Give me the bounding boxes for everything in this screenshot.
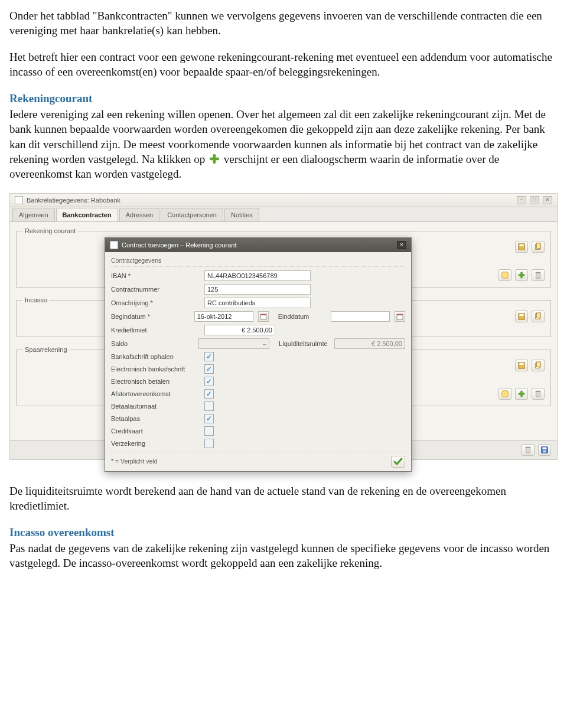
tab-contactpersonen[interactable]: Contactpersonen <box>161 208 223 222</box>
close-button[interactable]: × <box>543 196 552 204</box>
svg-rect-3 <box>520 244 524 247</box>
footer-save-button[interactable] <box>538 444 551 456</box>
label-verzekering: Verzekering <box>111 439 200 448</box>
delete-icon-button[interactable] <box>532 388 545 400</box>
app-icon <box>15 196 23 204</box>
checkbox-verzekering[interactable] <box>204 439 214 448</box>
svg-rect-22 <box>536 392 540 397</box>
tab-bar: Algemeen Bankcontracten Adressen Contact… <box>10 207 557 221</box>
input-kredietlimiet[interactable] <box>204 325 275 335</box>
window-titlebar: Bankrelatiegegevens: Rabobank – □ × <box>10 194 557 208</box>
label-electronisch-bankafschrift: Electronisch bankafschrift <box>111 365 200 374</box>
svg-rect-12 <box>520 314 524 316</box>
dialog-titlebar: Contract toevoegen – Rekening courant × <box>105 238 411 253</box>
input-saldo <box>198 338 269 349</box>
edit-icon-button[interactable] <box>498 269 511 281</box>
input-liquiditeitsruimte <box>334 338 405 349</box>
svg-rect-29 <box>526 447 531 448</box>
svg-rect-1 <box>210 157 219 160</box>
paragraph-intro-1: Onder het tabblad "Bankcontracten" kunne… <box>9 8 558 38</box>
label-omschrijving: Omschrijving * <box>111 299 200 308</box>
label-bankafschrift-ophalen: Bankafschrift ophalen <box>111 352 200 361</box>
svg-rect-27 <box>397 314 403 315</box>
delete-icon-button[interactable] <box>532 269 545 281</box>
input-iban[interactable] <box>204 270 311 281</box>
label-betaalautomaat: Betaalautomaat <box>111 402 200 411</box>
footer-delete-button[interactable] <box>522 444 535 456</box>
checkbox-electronisch-bankafschrift[interactable] <box>204 364 214 374</box>
input-einddatum[interactable] <box>331 311 390 322</box>
window-title: Bankrelatiegegevens: Rabobank <box>27 196 120 205</box>
add-icon-button[interactable] <box>515 388 528 400</box>
tab-adressen[interactable]: Adressen <box>119 208 159 222</box>
dialog-icon <box>110 241 118 249</box>
screenshot-bankrelatie: Bankrelatiegegevens: Rabobank – □ × Alge… <box>9 193 558 460</box>
label-iban: IBAN * <box>111 272 200 280</box>
svg-rect-19 <box>502 391 509 397</box>
paragraph-incasso: Pas nadat de gegevens van de zakelijke r… <box>9 541 558 570</box>
label-saldo: Saldo <box>111 339 194 348</box>
svg-rect-18 <box>536 362 540 367</box>
copy-icon-button[interactable] <box>532 241 545 253</box>
plus-icon <box>209 154 220 164</box>
label-afstortovereenkomst: Afstortovereenkomst <box>111 390 200 399</box>
label-kredietlimiet: Kredietlimiet <box>111 326 200 335</box>
group-rc-legend: Rekening courant <box>22 227 78 236</box>
calendar-icon-button-begin[interactable] <box>258 311 269 322</box>
label-begindatum: Begindatum * <box>111 312 190 321</box>
label-betaalpas: Betaalpas <box>111 414 200 423</box>
paragraph-intro-2: Het betreft hier een contract voor een g… <box>9 50 558 79</box>
svg-rect-9 <box>536 273 540 279</box>
dialog-contract-toevoegen: Contract toevoegen – Rekening courant × … <box>105 237 412 472</box>
checkbox-bankafschrift-ophalen[interactable] <box>204 352 214 361</box>
dialog-close-button[interactable]: × <box>397 241 406 249</box>
svg-rect-23 <box>536 391 541 392</box>
checkbox-electronisch-betalen[interactable] <box>204 377 214 386</box>
calendar-icon-button-eind[interactable] <box>395 311 405 322</box>
group-spaar-legend: Spaarrekening <box>22 345 70 354</box>
copy-icon-button[interactable] <box>532 311 545 322</box>
svg-rect-28 <box>526 448 530 453</box>
checkbox-afstortovereenkomst[interactable] <box>204 389 214 399</box>
svg-rect-25 <box>260 314 266 315</box>
svg-rect-5 <box>536 243 540 249</box>
tab-algemeen[interactable]: Algemeen <box>12 208 55 222</box>
maximize-button[interactable]: □ <box>530 196 539 204</box>
confirm-button[interactable] <box>391 456 405 468</box>
svg-rect-8 <box>519 275 525 277</box>
label-electronisch-betalen: Electronisch betalen <box>111 377 200 386</box>
label-contractnummer: Contractnummer <box>111 285 200 294</box>
checkmark-icon <box>393 458 403 466</box>
dialog-title: Contract toevoegen – Rekening courant <box>122 241 236 250</box>
input-contractnummer[interactable] <box>204 284 311 295</box>
checkbox-betaalautomaat[interactable] <box>204 401 214 411</box>
checkbox-betaalpas[interactable] <box>204 414 214 423</box>
save-icon-button[interactable] <box>515 311 528 322</box>
svg-rect-14 <box>536 313 540 318</box>
input-omschrijving[interactable] <box>204 298 311 308</box>
svg-rect-10 <box>536 272 541 273</box>
heading-rekeningcourant: Rekeningcourant <box>9 91 558 106</box>
label-creditkaart: Creditkaart <box>111 427 200 436</box>
svg-rect-6 <box>502 272 509 279</box>
heading-incasso-overeenkomst: Incasso overeenkomst <box>9 525 558 540</box>
label-einddatum: Einddatum <box>273 312 326 321</box>
svg-rect-21 <box>519 393 525 396</box>
paragraph-liquiditeit: De liquiditeitsruimte wordt berekend aan… <box>9 484 558 513</box>
paragraph-rc: Iedere vereniging zal een rekening wille… <box>9 107 558 181</box>
tab-notities[interactable]: Notities <box>224 208 259 222</box>
tab-bankcontracten[interactable]: Bankcontracten <box>56 208 118 222</box>
tab-body: Rekening courant <box>10 221 557 440</box>
save-icon-button[interactable] <box>515 241 528 253</box>
edit-icon-button[interactable] <box>498 388 511 400</box>
input-begindatum[interactable] <box>194 311 253 322</box>
checkbox-creditkaart[interactable] <box>204 426 214 436</box>
dialog-section-header: Contractgegevens <box>111 257 405 267</box>
copy-icon-button[interactable] <box>532 360 545 371</box>
group-incasso-legend: Incasso <box>22 296 50 305</box>
save-icon-button[interactable] <box>515 360 528 371</box>
svg-rect-32 <box>543 450 546 453</box>
required-note: * = Verplicht veld <box>111 458 158 466</box>
minimize-button[interactable]: – <box>517 196 526 204</box>
add-icon-button[interactable] <box>515 269 528 281</box>
